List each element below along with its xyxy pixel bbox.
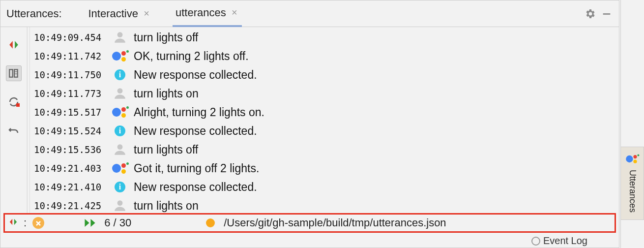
svg-rect-5 (16, 103, 20, 107)
log-area[interactable]: 10:49:09.454turn lights off10:49:11.742O… (30, 27, 619, 227)
log-message: turn lights off (134, 31, 198, 44)
user-icon (111, 199, 129, 212)
rightbar-tab-label: Utterances (627, 170, 638, 213)
panel-title: Utterances: (6, 7, 62, 20)
timestamp: 10:49:15.524 (30, 125, 106, 136)
close-icon[interactable]: × (230, 7, 239, 18)
file-status-dot (206, 218, 215, 227)
svg-rect-2 (14, 69, 18, 77)
play-icon[interactable] (85, 219, 95, 227)
svg-rect-0 (603, 13, 611, 15)
timestamp: 10:49:21.425 (30, 200, 106, 211)
log-message: Alright, turning 2 lights on. (134, 106, 264, 119)
log-message: turn lights off (134, 143, 198, 156)
tab-label: Interactive (88, 7, 139, 20)
assistant-icon (111, 49, 129, 63)
tab-interactive[interactable]: Interactive × (86, 1, 154, 26)
status-ok-icon (32, 217, 44, 229)
status-bar: : 6 / 30 /Users/git/gh-sample/build/tmp/… (3, 213, 616, 233)
timestamp: 10:49:21.410 (30, 182, 106, 192)
sidebar (0, 27, 27, 227)
file-path: /Users/git/gh-sample/build/tmp/utterance… (224, 217, 446, 229)
rightbar-tab-utterances[interactable]: Utterances (620, 147, 644, 220)
colon: : (24, 217, 27, 229)
svg-point-6 (117, 32, 123, 37)
log-message: New response collected. (134, 181, 257, 194)
log-message: New response collected. (134, 124, 257, 138)
timestamp: 10:49:15.536 (30, 144, 106, 155)
user-icon (111, 31, 129, 44)
event-log-link[interactable]: Event Log (531, 235, 587, 247)
timestamp: 10:49:11.773 (30, 88, 106, 99)
event-log-icon (531, 237, 540, 246)
assistant-icon (626, 154, 639, 164)
progress-counter: 6 / 30 (104, 217, 131, 229)
right-sidebar: Utterances (620, 0, 644, 248)
gear-icon[interactable] (584, 7, 596, 20)
svg-point-9 (117, 200, 123, 206)
undo-button[interactable] (6, 123, 22, 138)
log-row: 10:49:15.524iNew response collected. (30, 122, 619, 140)
timestamp: 10:49:15.517 (30, 107, 106, 118)
log-row: 10:49:15.536turn lights off (30, 140, 619, 159)
log-row: 10:49:15.517Alright, turning 2 lights on… (30, 103, 619, 122)
log-row: 10:49:11.773turn lights on (30, 84, 619, 103)
log-message: turn lights on (134, 87, 199, 100)
log-row: 10:49:11.742OK, turning 2 lights off. (30, 47, 619, 65)
minimize-icon[interactable] (600, 7, 613, 20)
timestamp: 10:49:11.750 (30, 69, 106, 80)
svg-point-8 (117, 144, 123, 150)
info-icon: i (111, 69, 129, 80)
step-icon[interactable] (9, 217, 18, 229)
assistant-icon (111, 105, 129, 119)
assistant-icon (111, 161, 129, 175)
log-message: Got it, turning off 2 lights. (134, 162, 259, 175)
log-message: OK, turning 2 lights off. (134, 50, 249, 63)
step-button[interactable] (6, 37, 22, 53)
log-row: 10:49:11.750iNew response collected. (30, 65, 619, 84)
user-icon (111, 143, 129, 156)
user-icon (111, 87, 129, 100)
svg-rect-1 (9, 69, 13, 77)
panel-header: Utterances: Interactive × utterances × (0, 0, 619, 27)
info-icon: i (111, 182, 129, 192)
log-message: New response collected. (134, 68, 257, 82)
info-icon: i (111, 125, 129, 136)
timestamp: 10:49:11.742 (30, 51, 106, 62)
refresh-button[interactable] (6, 94, 22, 110)
log-row: 10:49:09.454turn lights off (30, 28, 619, 47)
tab-label: utterances (176, 6, 226, 19)
close-icon[interactable]: × (142, 8, 151, 19)
log-message: turn lights on (134, 199, 199, 213)
panel-body: 10:49:09.454turn lights off10:49:11.742O… (0, 27, 619, 227)
log-row: 10:49:21.425turn lights on (30, 196, 619, 215)
log-row: 10:49:21.403Got it, turning off 2 lights… (30, 159, 619, 178)
log-row: 10:49:21.410iNew response collected. (30, 178, 619, 196)
timestamp: 10:49:21.403 (30, 163, 106, 174)
timestamp: 10:49:09.454 (30, 32, 106, 43)
utterances-panel: Utterances: Interactive × utterances × (0, 0, 619, 248)
layout-button[interactable] (6, 65, 22, 81)
event-log-label: Event Log (543, 235, 587, 247)
svg-point-7 (117, 88, 123, 93)
tab-utterances[interactable]: utterances × (173, 0, 242, 27)
